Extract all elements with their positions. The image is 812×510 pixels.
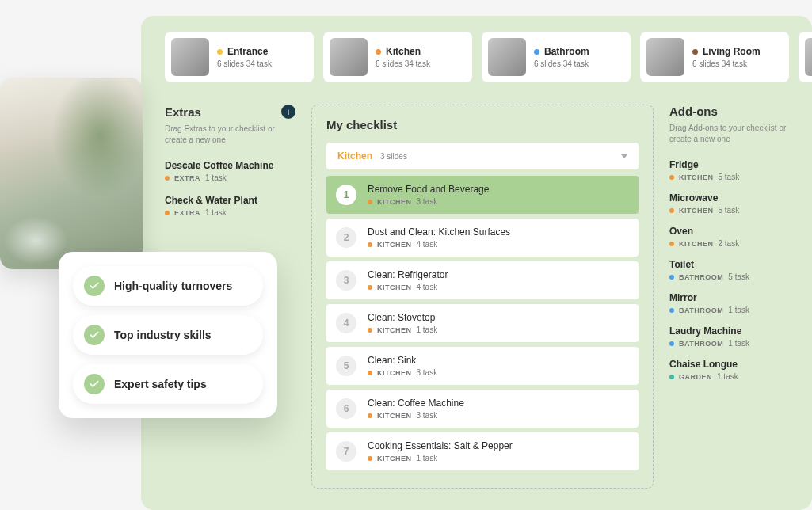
pill-text: Top industry skills — [114, 329, 212, 341]
task-number: 5 — [336, 356, 356, 376]
tag-label: EXTRA — [174, 209, 200, 217]
tag-row: BATHROOM 5 task — [669, 272, 788, 281]
room-card[interactable]: Kitchen 6 slides 34 task — [323, 32, 472, 82]
tag-count: 1 task — [717, 372, 738, 381]
section-name: Kitchen — [337, 150, 372, 162]
add-extra-button[interactable]: + — [281, 105, 295, 119]
tag-label: KITCHEN — [377, 412, 412, 420]
tag-row: EXTRA 1 task — [165, 173, 295, 182]
addon-name: Fridge — [669, 159, 788, 170]
addons-column: Add-ons Drag Add-ons to your checklist o… — [669, 105, 788, 489]
task-name: Clean: Sink — [368, 355, 437, 366]
tag-dot — [669, 208, 674, 213]
task-number: 4 — [336, 313, 356, 333]
addons-title: Add-ons — [669, 105, 718, 118]
tag-row: KITCHEN 3 task — [368, 197, 489, 206]
addon-item[interactable]: Oven KITCHEN 2 task — [669, 226, 788, 248]
task-card[interactable]: 3 Clean: Refrigerator KITCHEN 4 task — [326, 261, 639, 299]
addon-name: Toilet — [669, 259, 788, 270]
tag-row: KITCHEN 3 task — [368, 411, 464, 420]
task-name: Clean: Coffee Machine — [368, 398, 464, 409]
task-card[interactable]: 7 Cooking Essentials: Salt & Pepper KITC… — [326, 432, 639, 470]
tag-count: 4 task — [417, 283, 438, 291]
addon-name: Chaise Longue — [669, 359, 788, 370]
addon-item[interactable]: Fridge KITCHEN 5 task — [669, 159, 788, 181]
extra-item[interactable]: Check & Water Plant EXTRA 1 task — [165, 195, 295, 217]
tag-count: 1 task — [728, 306, 749, 314]
addon-name: Laudry Machine — [669, 325, 788, 337]
feature-pill: High-quality turnovers — [73, 266, 263, 306]
room-name: Bathroom — [544, 46, 589, 57]
tag-label: KITCHEN — [377, 198, 412, 206]
room-meta: 6 slides 34 task — [692, 59, 761, 68]
tag-row: KITCHEN 4 task — [368, 283, 448, 291]
addon-item[interactable]: Chaise Longue GARDEN 1 task — [669, 359, 788, 381]
tag-label: BATHROOM — [679, 306, 723, 314]
room-meta: 6 slides 34 task — [534, 59, 589, 68]
tag-row: KITCHEN 4 task — [368, 240, 510, 249]
check-icon — [84, 374, 105, 394]
tag-dot — [669, 242, 674, 246]
task-number: 7 — [336, 441, 356, 462]
chevron-down-icon — [621, 154, 627, 158]
tag-label: KITCHEN — [679, 207, 714, 215]
pill-text: High-quality turnovers — [114, 280, 232, 292]
tag-row: GARDEN 1 task — [669, 372, 788, 381]
tag-count: 3 task — [417, 368, 438, 377]
extra-name: Check & Water Plant — [165, 195, 295, 206]
tag-dot — [165, 176, 170, 181]
living-room-photo — [0, 78, 143, 269]
tag-dot — [669, 275, 674, 280]
task-card[interactable]: 6 Clean: Coffee Machine KITCHEN 3 task — [326, 390, 639, 428]
tag-dot — [368, 328, 372, 333]
addon-item[interactable]: Microwave KITCHEN 5 task — [669, 192, 788, 215]
tag-label: BATHROOM — [679, 340, 723, 348]
tag-row: BATHROOM 1 task — [669, 306, 788, 314]
tag-count: 3 task — [417, 411, 438, 420]
tag-count: 1 task — [417, 454, 438, 462]
room-thumbnail — [805, 38, 812, 76]
task-number: 3 — [336, 270, 356, 291]
feature-pill: Top industry skills — [73, 315, 263, 355]
task-card[interactable]: 5 Clean: Sink KITCHEN 3 task — [326, 347, 639, 385]
tag-label: KITCHEN — [679, 240, 714, 248]
check-icon — [84, 325, 105, 345]
task-card[interactable]: 4 Clean: Stovetop KITCHEN 1 task — [326, 304, 639, 342]
task-card[interactable]: 1 Remove Food and Beverage KITCHEN 3 tas… — [326, 176, 639, 214]
tag-row: KITCHEN 3 task — [368, 368, 437, 377]
feature-pill: Expert safety tips — [73, 364, 263, 404]
task-name: Clean: Stovetop — [368, 312, 437, 323]
task-card[interactable]: 2 Dust and Clean: Kitchen Surfaces KITCH… — [326, 219, 639, 257]
tag-row: KITCHEN 1 task — [368, 454, 513, 462]
task-name: Dust and Clean: Kitchen Surfaces — [368, 226, 510, 238]
tag-count: 1 task — [205, 173, 227, 182]
addon-item[interactable]: Toilet BATHROOM 5 task — [669, 259, 788, 281]
room-card[interactable] — [799, 32, 812, 82]
tag-label: KITCHEN — [377, 241, 412, 249]
tag-label: KITCHEN — [377, 326, 412, 334]
tag-dot — [165, 211, 170, 215]
room-card[interactable]: Bathroom 6 slides 34 task — [482, 32, 631, 82]
tag-label: EXTRA — [174, 174, 200, 182]
tag-dot — [669, 175, 674, 180]
room-card[interactable]: Entrance 6 slides 34 task — [165, 32, 314, 82]
room-thumbnail — [171, 38, 209, 76]
tag-dot — [669, 375, 674, 379]
tag-count: 3 task — [417, 197, 438, 206]
addon-item[interactable]: Laudry Machine BATHROOM 1 task — [669, 325, 788, 348]
room-thumbnail — [330, 38, 368, 76]
tag-count: 5 task — [728, 272, 749, 281]
room-meta: 6 slides 34 task — [376, 59, 430, 68]
room-name: Living Room — [703, 46, 761, 57]
feature-pills-card: High-quality turnovers Top industry skil… — [59, 252, 277, 418]
room-card[interactable]: Living Room 6 slides 34 task — [640, 32, 789, 82]
tag-dot — [368, 371, 372, 375]
tag-count: 4 task — [417, 240, 438, 249]
addon-item[interactable]: Mirror BATHROOM 1 task — [669, 292, 788, 314]
tag-label: KITCHEN — [679, 173, 714, 181]
tag-label: KITCHEN — [377, 369, 412, 377]
extra-item[interactable]: Descale Coffee Machine EXTRA 1 task — [165, 160, 295, 182]
checklist-section-header[interactable]: Kitchen 3 slides — [326, 143, 639, 169]
tag-label: KITCHEN — [377, 455, 412, 462]
room-color-dot — [217, 49, 223, 55]
